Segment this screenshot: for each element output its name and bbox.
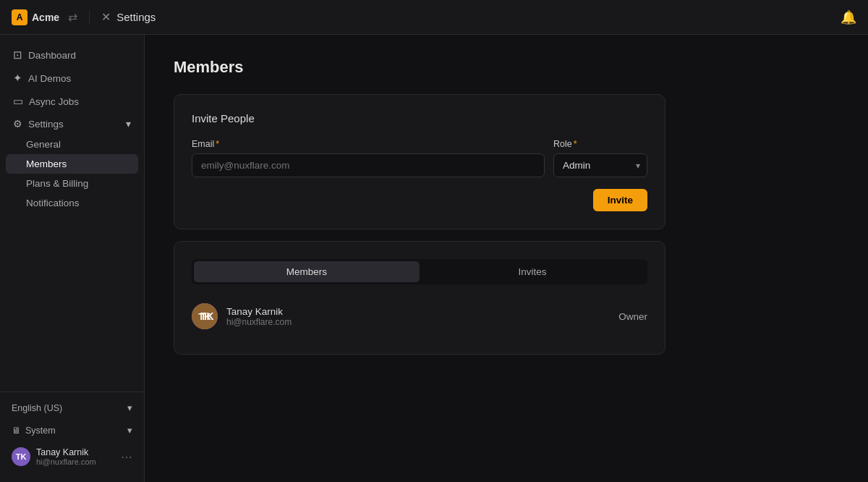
sidebar-nav: ⊡ Dashboard ✦ AI Demos ▭ Async Jobs ⚙ Se… — [0, 41, 144, 392]
invite-people-card: Invite People Email* Role* Admin Me — [174, 94, 665, 229]
member-info: Tanay Karnik hi@nuxflare.com — [226, 306, 610, 327]
invite-button-wrap: Invite — [192, 189, 647, 211]
page-title: Members — [174, 58, 839, 77]
svg-text:TK: TK — [198, 311, 211, 322]
role-label: Role* — [553, 139, 647, 149]
user-name-small: Tanay Karnik — [36, 447, 115, 457]
sidebar: ⊡ Dashboard ✦ AI Demos ▭ Async Jobs ⚙ Se… — [0, 35, 145, 482]
topbar-divider — [89, 10, 90, 25]
topbar: A Acme ⇄ ✕ Settings 🔔 — [0, 0, 868, 35]
members-card: Members Invites TK Tanay Karnik hi@nuxfl… — [174, 241, 665, 355]
user-email-small: hi@nuxflare.com — [36, 457, 115, 466]
lang-label: English (US) — [12, 403, 62, 413]
user-info: Tanay Karnik hi@nuxflare.com — [36, 447, 115, 466]
sidebar-label-ai-demos: AI Demos — [28, 73, 71, 84]
sidebar-item-async-jobs[interactable]: ▭ Async Jobs — [6, 90, 138, 113]
invite-button[interactable]: Invite — [593, 189, 647, 211]
content-area: Members Invite People Email* Role* — [145, 35, 868, 482]
async-jobs-icon: ▭ — [13, 95, 23, 108]
tab-invites[interactable]: Invites — [420, 261, 645, 282]
sidebar-item-members[interactable]: Members — [6, 154, 138, 174]
settings-icon: ⚙ — [13, 118, 22, 130]
app-name: Acme — [32, 12, 59, 23]
ai-demos-icon: ✦ — [13, 72, 22, 85]
invite-card-title: Invite People — [192, 112, 647, 124]
member-row: TK Tanay Karnik hi@nuxflare.com Owner — [192, 296, 647, 337]
sidebar-item-dashboard[interactable]: ⊡ Dashboard — [6, 43, 138, 67]
invite-form-row: Email* Role* Admin Member Viewer ▾ — [192, 139, 647, 177]
logo-icon: A — [12, 9, 27, 25]
member-avatar: TK — [192, 303, 218, 329]
app-logo[interactable]: A Acme — [12, 9, 59, 25]
system-label: System — [25, 426, 56, 436]
lang-left: English (US) — [12, 403, 62, 413]
email-required-star: * — [216, 139, 219, 149]
members-tabs-bar: Members Invites — [192, 259, 647, 284]
sidebar-label-notifications: Notifications — [26, 198, 80, 208]
sidebar-label-members: Members — [26, 158, 67, 169]
sidebar-bottom: English (US) ▾ 🖥 System ▾ TK Tanay Karni… — [0, 392, 144, 476]
switch-icon[interactable]: ⇄ — [68, 10, 77, 24]
monitor-icon: 🖥 — [12, 426, 21, 436]
system-chevron-icon: ▾ — [127, 425, 132, 436]
bell-icon[interactable]: 🔔 — [841, 9, 856, 25]
user-initials-small: TK — [16, 452, 27, 461]
role-form-group: Role* Admin Member Viewer ▾ — [553, 139, 647, 177]
main-layout: ⊡ Dashboard ✦ AI Demos ▭ Async Jobs ⚙ Se… — [0, 35, 868, 482]
sidebar-label-general: General — [26, 139, 61, 150]
lang-chevron-icon: ▾ — [127, 402, 132, 413]
system-selector[interactable]: 🖥 System ▾ — [6, 420, 138, 440]
user-row[interactable]: TK Tanay Karnik hi@nuxflare.com ⋯ — [6, 443, 138, 470]
email-form-group: Email* — [192, 139, 545, 177]
sidebar-label-async-jobs: Async Jobs — [29, 96, 79, 107]
chevron-down-icon: ▾ — [126, 118, 131, 130]
member-name: Tanay Karnik — [226, 306, 610, 317]
close-icon[interactable]: ✕ — [101, 10, 111, 24]
member-email: hi@nuxflare.com — [226, 317, 610, 327]
sidebar-item-plans-billing[interactable]: Plans & Billing — [6, 174, 138, 193]
member-role: Owner — [618, 311, 647, 322]
more-options-icon[interactable]: ⋯ — [121, 450, 132, 464]
settings-group-label: Settings — [28, 119, 64, 130]
email-label: Email* — [192, 139, 545, 149]
sidebar-item-ai-demos[interactable]: ✦ AI Demos — [6, 67, 138, 90]
role-select[interactable]: Admin Member Viewer — [553, 153, 647, 177]
sidebar-label-dashboard: Dashboard — [28, 50, 76, 61]
email-input[interactable] — [192, 153, 545, 177]
topbar-title: Settings — [116, 11, 156, 23]
sidebar-item-general[interactable]: General — [6, 135, 138, 154]
tab-members[interactable]: Members — [194, 261, 420, 282]
settings-group-left: ⚙ Settings — [13, 118, 64, 130]
role-required-star: * — [574, 139, 577, 149]
dashboard-icon: ⊡ — [13, 48, 22, 62]
sidebar-settings-group[interactable]: ⚙ Settings ▾ — [6, 113, 138, 135]
role-select-wrapper: Admin Member Viewer ▾ — [553, 153, 647, 177]
language-selector[interactable]: English (US) ▾ — [6, 398, 138, 418]
sidebar-item-notifications[interactable]: Notifications — [6, 193, 138, 213]
sidebar-label-plans-billing: Plans & Billing — [26, 178, 88, 189]
system-left: 🖥 System — [12, 426, 56, 436]
user-avatar-small: TK — [12, 447, 30, 466]
